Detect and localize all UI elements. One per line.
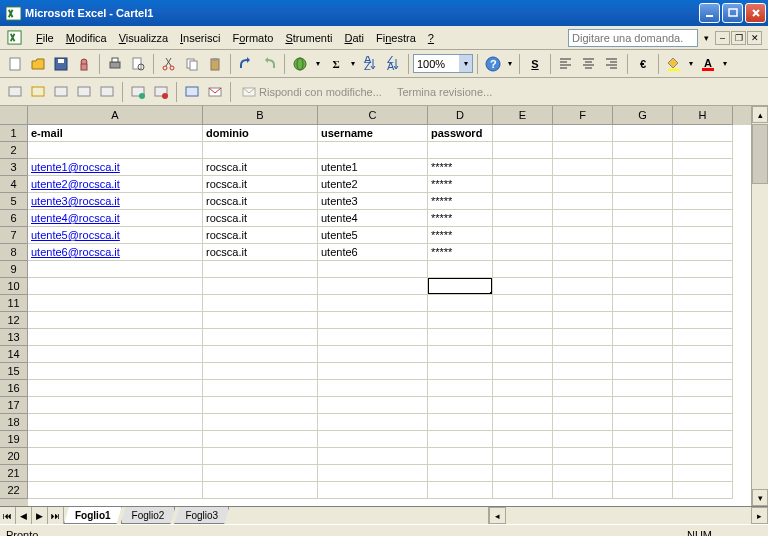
cell-F16[interactable]: [553, 380, 613, 397]
scroll-up-icon[interactable]: ▴: [752, 106, 768, 123]
sort-desc-button[interactable]: ZA: [382, 53, 404, 75]
cell-D7[interactable]: *****: [428, 227, 493, 244]
align-center-button[interactable]: [578, 53, 600, 75]
cell-C3[interactable]: utente1: [318, 159, 428, 176]
cell-D13[interactable]: [428, 329, 493, 346]
cell-E7[interactable]: [493, 227, 553, 244]
cell-F5[interactable]: [553, 193, 613, 210]
fill-color-dropdown[interactable]: ▾: [686, 53, 696, 75]
menu-data[interactable]: Dati: [338, 29, 370, 47]
cell-B16[interactable]: [203, 380, 318, 397]
cell-B13[interactable]: [203, 329, 318, 346]
row-header-2[interactable]: 2: [0, 142, 28, 159]
cell-H18[interactable]: [673, 414, 733, 431]
cell-C13[interactable]: [318, 329, 428, 346]
cell-H6[interactable]: [673, 210, 733, 227]
cell-F21[interactable]: [553, 465, 613, 482]
row-header-20[interactable]: 20: [0, 448, 28, 465]
autosum-button[interactable]: Σ: [325, 53, 347, 75]
cell-D22[interactable]: [428, 482, 493, 499]
cell-B17[interactable]: [203, 397, 318, 414]
font-color-button[interactable]: A: [697, 53, 719, 75]
autosum-dropdown[interactable]: ▾: [348, 53, 358, 75]
tab-prev-button[interactable]: ◀: [16, 507, 32, 524]
cell-C7[interactable]: utente5: [318, 227, 428, 244]
cell-H22[interactable]: [673, 482, 733, 499]
cell-B11[interactable]: [203, 295, 318, 312]
cell-A11[interactable]: [28, 295, 203, 312]
cell-C15[interactable]: [318, 363, 428, 380]
sheet-tab-foglio2[interactable]: Foglio2: [121, 507, 176, 524]
cell-H17[interactable]: [673, 397, 733, 414]
mdi-close-button[interactable]: ✕: [747, 31, 762, 45]
cell-D11[interactable]: [428, 295, 493, 312]
cell-G13[interactable]: [613, 329, 673, 346]
preview-button[interactable]: [127, 53, 149, 75]
cell-A10[interactable]: [28, 278, 203, 295]
save-button[interactable]: [50, 53, 72, 75]
cell-F17[interactable]: [553, 397, 613, 414]
hyperlink-button[interactable]: [289, 53, 311, 75]
cell-C17[interactable]: [318, 397, 428, 414]
rev-btn-6[interactable]: [127, 81, 149, 103]
row-header-15[interactable]: 15: [0, 363, 28, 380]
cell-D16[interactable]: [428, 380, 493, 397]
cell-E17[interactable]: [493, 397, 553, 414]
mdi-restore-button[interactable]: ❐: [731, 31, 746, 45]
permissions-button[interactable]: [73, 53, 95, 75]
cell-G3[interactable]: [613, 159, 673, 176]
currency-button[interactable]: €: [632, 53, 654, 75]
col-header-D[interactable]: D: [428, 106, 493, 125]
cell-C19[interactable]: [318, 431, 428, 448]
cell-H2[interactable]: [673, 142, 733, 159]
cell-A20[interactable]: [28, 448, 203, 465]
zoom-dropdown-icon[interactable]: ▾: [459, 55, 472, 72]
fill-color-button[interactable]: [663, 53, 685, 75]
cell-B3[interactable]: rocsca.it: [203, 159, 318, 176]
cut-button[interactable]: [158, 53, 180, 75]
zoom-input[interactable]: [414, 58, 459, 70]
cell-F10[interactable]: [553, 278, 613, 295]
close-button[interactable]: [745, 3, 766, 23]
cell-A6[interactable]: utente4@rocsca.it: [28, 210, 203, 227]
cell-G16[interactable]: [613, 380, 673, 397]
cell-F4[interactable]: [553, 176, 613, 193]
col-header-B[interactable]: B: [203, 106, 318, 125]
tab-first-button[interactable]: ⏮: [0, 507, 16, 524]
cell-D1[interactable]: password: [428, 125, 493, 142]
cell-B22[interactable]: [203, 482, 318, 499]
print-button[interactable]: [104, 53, 126, 75]
cell-D21[interactable]: [428, 465, 493, 482]
rev-btn-9[interactable]: [204, 81, 226, 103]
cell-D5[interactable]: *****: [428, 193, 493, 210]
cell-G4[interactable]: [613, 176, 673, 193]
cell-A19[interactable]: [28, 431, 203, 448]
cell-E2[interactable]: [493, 142, 553, 159]
cell-B8[interactable]: rocsca.it: [203, 244, 318, 261]
cell-E4[interactable]: [493, 176, 553, 193]
cell-B2[interactable]: [203, 142, 318, 159]
col-header-C[interactable]: C: [318, 106, 428, 125]
cell-H13[interactable]: [673, 329, 733, 346]
col-header-G[interactable]: G: [613, 106, 673, 125]
cell-D12[interactable]: [428, 312, 493, 329]
row-header-6[interactable]: 6: [0, 210, 28, 227]
cell-B6[interactable]: rocsca.it: [203, 210, 318, 227]
cell-E18[interactable]: [493, 414, 553, 431]
maximize-button[interactable]: [722, 3, 743, 23]
cell-D9[interactable]: [428, 261, 493, 278]
rev-btn-7[interactable]: [150, 81, 172, 103]
cell-B21[interactable]: [203, 465, 318, 482]
cell-C18[interactable]: [318, 414, 428, 431]
toolbar-options[interactable]: ▾: [505, 53, 515, 75]
cell-D20[interactable]: [428, 448, 493, 465]
row-header-8[interactable]: 8: [0, 244, 28, 261]
cell-F20[interactable]: [553, 448, 613, 465]
cell-A22[interactable]: [28, 482, 203, 499]
cell-E6[interactable]: [493, 210, 553, 227]
menu-window[interactable]: Finestra: [370, 29, 422, 47]
cell-E5[interactable]: [493, 193, 553, 210]
cell-B7[interactable]: rocsca.it: [203, 227, 318, 244]
cell-H4[interactable]: [673, 176, 733, 193]
cell-H10[interactable]: [673, 278, 733, 295]
